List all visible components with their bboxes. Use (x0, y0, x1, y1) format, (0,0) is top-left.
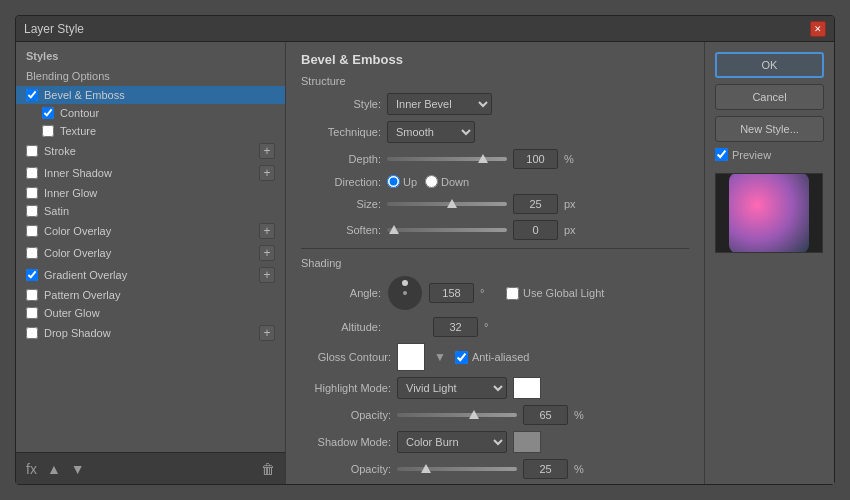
highlight-opacity-thumb[interactable] (469, 410, 479, 419)
sidebar-item-inner-shadow[interactable]: Inner Shadow + (16, 162, 285, 184)
shadow-opacity-row: Opacity: % (301, 459, 689, 479)
soften-thumb[interactable] (389, 225, 399, 234)
style-select[interactable]: Inner Bevel Outer Bevel Emboss Pillow Em… (387, 93, 492, 115)
fx-icon[interactable]: fx (26, 461, 37, 477)
bevel-emboss-label: Bevel & Emboss (44, 89, 125, 101)
use-global-light-label[interactable]: Use Global Light (506, 287, 604, 300)
left-panel: Styles Blending Options Bevel & Emboss C… (16, 42, 286, 484)
cancel-button[interactable]: Cancel (715, 84, 824, 110)
move-down-icon[interactable]: ▼ (71, 461, 85, 477)
highlight-opacity-unit: % (574, 409, 594, 421)
ok-button[interactable]: OK (715, 52, 824, 78)
stroke-add-button[interactable]: + (259, 143, 275, 159)
depth-label: Depth: (301, 153, 381, 165)
contour-checkbox[interactable] (42, 107, 54, 119)
altitude-unit: ° (484, 321, 504, 333)
soften-slider[interactable] (387, 228, 507, 232)
sidebar-item-color-overlay-1[interactable]: Color Overlay + (16, 220, 285, 242)
soften-input[interactable] (513, 220, 558, 240)
angle-label: Angle: (301, 287, 381, 299)
inner-glow-checkbox[interactable] (26, 187, 38, 199)
color-overlay-1-add-button[interactable]: + (259, 223, 275, 239)
texture-label: Texture (60, 125, 96, 137)
pattern-overlay-checkbox[interactable] (26, 289, 38, 301)
title-bar: Layer Style ✕ (16, 16, 834, 42)
gradient-overlay-add-button[interactable]: + (259, 267, 275, 283)
direction-down-radio[interactable] (425, 175, 438, 188)
size-slider[interactable] (387, 202, 507, 206)
size-thumb[interactable] (447, 199, 457, 208)
sidebar-item-contour[interactable]: Contour (16, 104, 285, 122)
depth-unit: % (564, 153, 584, 165)
size-input[interactable] (513, 194, 558, 214)
shadow-opacity-input[interactable] (523, 459, 568, 479)
preview-checkbox[interactable] (715, 148, 728, 161)
angle-wheel[interactable] (387, 275, 423, 311)
highlight-opacity-slider[interactable] (397, 413, 517, 417)
sidebar-item-bevel-emboss[interactable]: Bevel & Emboss (16, 86, 285, 104)
technique-select[interactable]: Smooth Chisel Hard Chisel Soft (387, 121, 475, 143)
gradient-overlay-label: Gradient Overlay (44, 269, 127, 281)
styles-list: Blending Options Bevel & Emboss Contour … (16, 66, 285, 452)
sidebar-item-texture[interactable]: Texture (16, 122, 285, 140)
shadow-opacity-thumb[interactable] (421, 464, 431, 473)
sidebar-item-pattern-overlay[interactable]: Pattern Overlay (16, 286, 285, 304)
preview-label[interactable]: Preview (715, 148, 824, 161)
angle-indicator (402, 280, 408, 286)
highlight-mode-select[interactable]: Vivid Light Normal Dissolve Color Burn (397, 377, 507, 399)
depth-thumb[interactable] (478, 154, 488, 163)
delete-icon[interactable]: 🗑 (261, 461, 275, 477)
sidebar-item-blending-options[interactable]: Blending Options (16, 66, 285, 86)
shadow-mode-select[interactable]: Color Burn Normal Multiply (397, 431, 507, 453)
inner-shadow-add-button[interactable]: + (259, 165, 275, 181)
contour-label: Contour (60, 107, 99, 119)
depth-input[interactable] (513, 149, 558, 169)
sidebar-item-outer-glow[interactable]: Outer Glow (16, 304, 285, 322)
sidebar-item-color-overlay-2[interactable]: Color Overlay + (16, 242, 285, 264)
color-overlay-1-checkbox[interactable] (26, 225, 38, 237)
direction-up-radio[interactable] (387, 175, 400, 188)
middle-panel: Bevel & Emboss Structure Style: Inner Be… (286, 42, 704, 484)
drop-shadow-checkbox[interactable] (26, 327, 38, 339)
new-style-button[interactable]: New Style... (715, 116, 824, 142)
direction-row: Direction: Up Down (301, 175, 689, 188)
highlight-opacity-label: Opacity: (301, 409, 391, 421)
color-overlay-2-add-button[interactable]: + (259, 245, 275, 261)
sidebar-item-satin[interactable]: Satin (16, 202, 285, 220)
direction-down-label[interactable]: Down (425, 175, 469, 188)
stroke-checkbox[interactable] (26, 145, 38, 157)
highlight-opacity-input[interactable] (523, 405, 568, 425)
highlight-color-swatch[interactable] (513, 377, 541, 399)
outer-glow-label: Outer Glow (44, 307, 100, 319)
bevel-emboss-checkbox[interactable] (26, 89, 38, 101)
blending-options-label: Blending Options (26, 70, 110, 82)
inner-shadow-checkbox[interactable] (26, 167, 38, 179)
move-up-icon[interactable]: ▲ (47, 461, 61, 477)
close-button[interactable]: ✕ (810, 21, 826, 37)
color-overlay-2-checkbox[interactable] (26, 247, 38, 259)
gloss-contour-dropdown-icon[interactable]: ▼ (434, 350, 446, 364)
gloss-contour-selector[interactable] (397, 343, 425, 371)
anti-aliased-checkbox[interactable] (455, 351, 468, 364)
angle-row: Angle: ° Use Global Light (301, 275, 689, 311)
shadow-opacity-slider[interactable] (397, 467, 517, 471)
shadow-opacity-label: Opacity: (301, 463, 391, 475)
anti-aliased-label[interactable]: Anti-aliased (455, 351, 529, 364)
sidebar-item-gradient-overlay[interactable]: Gradient Overlay + (16, 264, 285, 286)
sidebar-item-stroke[interactable]: Stroke + (16, 140, 285, 162)
shadow-color-swatch[interactable] (513, 431, 541, 453)
direction-up-label[interactable]: Up (387, 175, 417, 188)
dialog-title: Layer Style (24, 22, 84, 36)
sidebar-item-drop-shadow[interactable]: Drop Shadow + (16, 322, 285, 344)
outer-glow-checkbox[interactable] (26, 307, 38, 319)
texture-checkbox[interactable] (42, 125, 54, 137)
altitude-input[interactable] (433, 317, 478, 337)
depth-slider[interactable] (387, 157, 507, 161)
gradient-overlay-checkbox[interactable] (26, 269, 38, 281)
use-global-light-checkbox[interactable] (506, 287, 519, 300)
satin-checkbox[interactable] (26, 205, 38, 217)
sidebar-item-inner-glow[interactable]: Inner Glow (16, 184, 285, 202)
highlight-opacity-row: Opacity: % (301, 405, 689, 425)
angle-input[interactable] (429, 283, 474, 303)
drop-shadow-add-button[interactable]: + (259, 325, 275, 341)
